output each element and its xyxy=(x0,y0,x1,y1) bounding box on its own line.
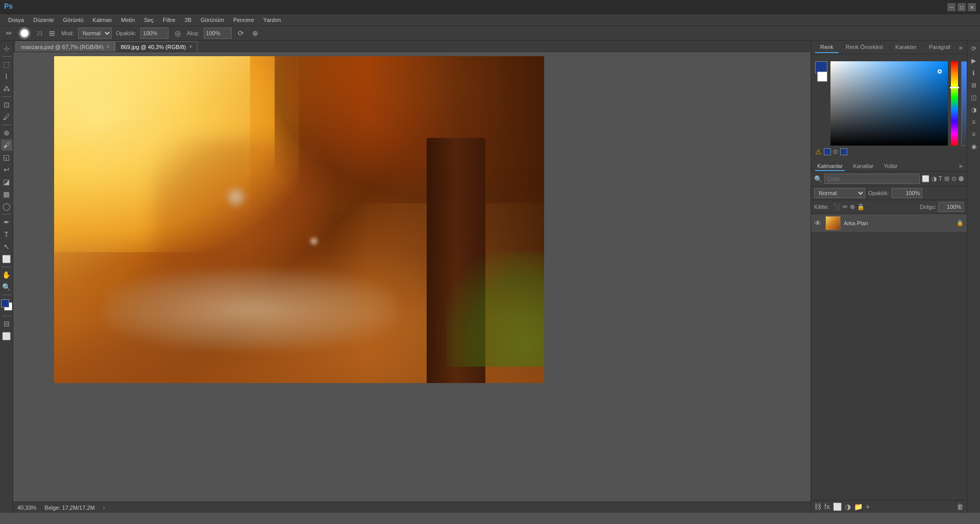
filter-shape-icon[interactable]: ⊞ xyxy=(944,175,949,182)
dodge-tool[interactable]: ◯ xyxy=(1,201,12,212)
tab-renk-ornekleri[interactable]: Renk Örnekleri xyxy=(841,42,888,53)
panel-bg-swatch[interactable] xyxy=(817,72,827,82)
warning-swatch[interactable] xyxy=(824,148,831,155)
hand-tool[interactable]: ✋ xyxy=(1,269,12,280)
smoothing-icon[interactable]: ⟳ xyxy=(236,28,246,38)
layer-style-icon[interactable]: fx xyxy=(824,503,830,511)
menu-pencere[interactable]: Pencere xyxy=(229,16,258,24)
flow-input[interactable] xyxy=(204,28,232,39)
hue-slider[interactable] xyxy=(951,61,958,146)
status-arrow[interactable]: › xyxy=(103,505,105,511)
filter-pixel-icon[interactable]: ⬜ xyxy=(922,175,929,182)
delete-layer-icon[interactable]: 🗑 xyxy=(957,503,964,511)
color-gradient-box[interactable] xyxy=(830,61,948,146)
canvas-image[interactable] xyxy=(54,56,544,383)
props-icon[interactable]: ⊞ xyxy=(968,80,979,91)
group-layer-icon[interactable]: 📁 xyxy=(854,503,863,511)
info-icon[interactable]: ℹ xyxy=(968,67,979,79)
stamp-tool[interactable]: ◱ xyxy=(1,152,12,163)
lock-pixels-icon[interactable]: ⬛ xyxy=(833,203,841,210)
maximize-button[interactable]: □ xyxy=(958,3,966,11)
filter-adjust-icon[interactable]: ◑ xyxy=(932,175,937,182)
eraser-tool[interactable]: ◪ xyxy=(1,176,12,187)
new-layer-icon[interactable]: + xyxy=(866,503,870,511)
brush-settings-icon[interactable]: ⊞ xyxy=(47,28,57,38)
shape-tool[interactable]: ⬜ xyxy=(1,253,12,265)
rectangular-marquee-tool[interactable]: ⬚ xyxy=(1,59,12,70)
menu-goruntu[interactable]: Görüntü xyxy=(59,16,88,24)
minimize-button[interactable]: ─ xyxy=(947,3,955,11)
color-swatches[interactable] xyxy=(1,299,12,311)
tab-karakter[interactable]: Karakter xyxy=(890,42,922,53)
lock-all-icon[interactable]: 🔒 xyxy=(857,203,865,210)
tab-869[interactable]: 869.jpg @ 40,3% (RGB/8) × xyxy=(115,41,198,52)
menu-duzenle[interactable]: Düzenle xyxy=(29,16,58,24)
web-safe-swatch[interactable] xyxy=(840,148,847,155)
brush-tool[interactable]: 🖌 xyxy=(1,139,12,151)
extra-settings-icon[interactable]: ⊕ xyxy=(250,28,260,38)
3d-icon[interactable]: ◫ xyxy=(968,92,979,103)
actions-icon[interactable]: ▶ xyxy=(968,55,979,66)
menu-yardim[interactable]: Yardım xyxy=(259,16,285,24)
panel9-icon[interactable]: ◉ xyxy=(968,141,979,152)
layers-opacity-input[interactable] xyxy=(892,188,922,198)
layers-panel-collapse[interactable]: » xyxy=(959,162,963,171)
crop-tool[interactable]: ⊡ xyxy=(1,99,12,110)
zoom-tool[interactable]: 🔍 xyxy=(1,281,12,293)
add-mask-icon[interactable]: ⬜ xyxy=(833,503,842,511)
filter-dot[interactable] xyxy=(959,176,964,181)
tab-manzara-close[interactable]: × xyxy=(107,44,110,50)
lock-artboard-icon[interactable]: ⊕ xyxy=(850,203,855,210)
close-button[interactable]: ✕ xyxy=(968,3,976,11)
tab-renk[interactable]: Renk xyxy=(815,42,839,53)
panel7-icon[interactable]: ≡ xyxy=(968,116,979,128)
window-controls[interactable]: ─ □ ✕ xyxy=(947,3,976,11)
gradient-tool[interactable]: ▦ xyxy=(1,188,12,200)
move-tool[interactable]: ⊹ xyxy=(1,43,12,54)
pen-tool[interactable]: ✒ xyxy=(1,217,12,228)
tab-869-close[interactable]: × xyxy=(189,44,192,50)
airbrush-icon[interactable]: ◎ xyxy=(173,28,183,38)
magic-wand-tool[interactable]: ⁂ xyxy=(1,83,12,94)
history-icon[interactable]: ⟳ xyxy=(968,43,979,54)
lock-position-icon[interactable]: ✏ xyxy=(843,203,848,210)
layers-tab-yollar[interactable]: Yollar xyxy=(882,162,900,171)
mode-select[interactable]: Normal xyxy=(78,28,112,39)
link-layers-icon[interactable]: ⛓ xyxy=(814,503,821,511)
layer-visibility-icon[interactable]: 👁 xyxy=(814,219,822,227)
tab-bar: manzara.psd @ 67,7% (RGB/8#) × 869.jpg @… xyxy=(13,41,811,52)
tab-paragraf[interactable]: Paragraf xyxy=(924,42,955,53)
lasso-tool[interactable]: ⌇ xyxy=(1,71,12,82)
history-brush-tool[interactable]: ↩ xyxy=(1,164,12,175)
menu-sec[interactable]: Seç xyxy=(140,16,158,24)
screen-mode-btn[interactable]: ⬜ xyxy=(1,330,12,342)
path-select-tool[interactable]: ↖ xyxy=(1,241,12,252)
opacity-input[interactable] xyxy=(140,28,168,39)
menu-dosya[interactable]: Dosya xyxy=(4,16,28,24)
menu-3b[interactable]: 3B xyxy=(181,16,195,24)
quick-mask-btn[interactable]: ⊟ xyxy=(1,318,12,329)
tool-preset-icon[interactable]: ✏ xyxy=(4,28,14,38)
layer-item-arkaPlan[interactable]: 👁 Arka Plan 🔒 xyxy=(811,214,967,232)
eyedropper-tool[interactable]: 🖊 xyxy=(1,111,12,123)
tab-manzara[interactable]: manzara.psd @ 67,7% (RGB/8#) × xyxy=(15,41,115,52)
layers-mode-select[interactable]: Normal xyxy=(814,188,865,198)
layers-tab-kanallar[interactable]: Kanallar xyxy=(851,162,875,171)
filter-text-icon[interactable]: T xyxy=(939,175,942,182)
heal-tool[interactable]: ⊕ xyxy=(1,127,12,138)
menu-goruntule[interactable]: Görünüm xyxy=(197,16,228,24)
layers-tab-katmanlar[interactable]: Katmanlar xyxy=(815,162,845,171)
brush-preview[interactable] xyxy=(18,27,31,39)
panel-collapse-btn[interactable]: » xyxy=(959,43,963,52)
text-tool[interactable]: T xyxy=(1,229,12,240)
foreground-color-swatch[interactable] xyxy=(1,299,9,307)
menu-katman[interactable]: Katman xyxy=(88,16,116,24)
adjustment-layer-icon[interactable]: ◑ xyxy=(845,503,851,511)
fill-input[interactable] xyxy=(938,202,964,212)
menu-metin[interactable]: Metin xyxy=(117,16,139,24)
filter-smart-icon[interactable]: ⊙ xyxy=(951,175,957,182)
adjustments-icon[interactable]: ◑ xyxy=(968,104,979,115)
layers-search-input[interactable] xyxy=(824,174,920,184)
menu-filtre[interactable]: Filtre xyxy=(159,16,179,24)
panel8-icon[interactable]: ≡ xyxy=(968,129,979,140)
